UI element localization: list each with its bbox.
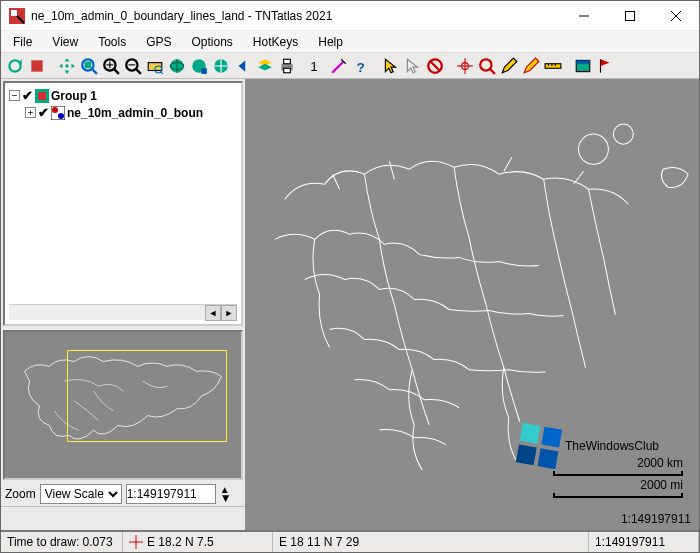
- svg-rect-41: [545, 63, 561, 68]
- menu-help[interactable]: Help: [310, 33, 351, 51]
- menu-gps[interactable]: GPS: [138, 33, 179, 51]
- status-draw-time: Time to draw: 0.073: [1, 532, 123, 552]
- svg-line-40: [490, 69, 495, 74]
- watermark-text: TheWindowsClub: [565, 439, 659, 453]
- main-toolbar: 1 ?: [1, 53, 699, 79]
- svg-point-39: [480, 59, 491, 70]
- menu-hotkeys[interactable]: HotKeys: [245, 33, 306, 51]
- measure-icon[interactable]: [329, 56, 349, 76]
- status-coord-1: E 18.2 N 7.5: [123, 532, 273, 552]
- zoom-controls: Zoom View Scale ▲▼: [1, 482, 245, 506]
- checkmark-icon[interactable]: ✔: [22, 88, 33, 103]
- window-title: ne_10m_admin_0_boundary_lines_land - TNT…: [31, 9, 561, 23]
- svg-rect-26: [201, 68, 207, 74]
- scale-km: 2000 km: [553, 456, 683, 470]
- globe-snap-icon[interactable]: [189, 56, 209, 76]
- svg-line-10: [92, 69, 97, 74]
- one-to-one-icon[interactable]: 1: [307, 56, 327, 76]
- menu-view[interactable]: View: [44, 33, 86, 51]
- svg-text:1: 1: [310, 58, 318, 73]
- scale-mi: 2000 mi: [553, 478, 683, 492]
- pointer-alt-icon[interactable]: [403, 56, 423, 76]
- svg-rect-72: [516, 444, 537, 465]
- map-scale-readout: 1:149197911: [621, 512, 691, 526]
- svg-line-35: [431, 61, 440, 70]
- zoom-value-input[interactable]: [126, 484, 216, 504]
- refresh-icon[interactable]: [5, 56, 25, 76]
- svg-rect-1: [11, 10, 17, 16]
- scroll-right-icon[interactable]: ►: [221, 305, 237, 321]
- menu-options[interactable]: Options: [184, 33, 241, 51]
- locator-toolbar: [1, 506, 245, 530]
- checkmark-icon[interactable]: ✔: [38, 105, 49, 120]
- stop-icon[interactable]: [27, 56, 47, 76]
- zoom-extents-icon[interactable]: [79, 56, 99, 76]
- menu-bar: File View Tools GPS Options HotKeys Help: [1, 31, 699, 53]
- tree-scrollbar[interactable]: ◄ ►: [9, 304, 237, 320]
- crosshair-status-icon: [129, 535, 143, 549]
- layer-tree[interactable]: − ✔ Group 1 + ✔ ne_10m_admin_0_boun ◄ ►: [3, 81, 243, 326]
- zoom-spinner-icon[interactable]: ▲▼: [220, 486, 232, 502]
- print-icon[interactable]: [277, 56, 297, 76]
- svg-point-52: [58, 113, 64, 119]
- map-view[interactable]: TheWindowsClub 2000 km 2000 mi 1:1491979…: [245, 79, 699, 530]
- crosshair-icon[interactable]: [455, 56, 475, 76]
- scale-bar: 2000 km 2000 mi: [553, 456, 683, 498]
- pan-icon[interactable]: [57, 56, 77, 76]
- svg-point-51: [52, 107, 58, 113]
- no-entry-icon[interactable]: [425, 56, 445, 76]
- scroll-left-icon[interactable]: ◄: [205, 305, 221, 321]
- window-icon[interactable]: [573, 56, 593, 76]
- zoom-layer-icon[interactable]: [145, 56, 165, 76]
- layer-row[interactable]: + ✔ ne_10m_admin_0_boun: [9, 104, 237, 121]
- edit-icon[interactable]: [499, 56, 519, 76]
- locator-map[interactable]: [3, 330, 243, 480]
- app-icon: [9, 8, 25, 24]
- status-coord-2: E 18 11 N 7 29: [273, 532, 589, 552]
- globe-grid-icon[interactable]: [211, 56, 231, 76]
- svg-point-6: [9, 60, 20, 71]
- prev-view-icon[interactable]: [233, 56, 253, 76]
- svg-rect-49: [38, 92, 46, 100]
- title-bar: ne_10m_admin_0_boundary_lines_land - TNT…: [1, 1, 699, 31]
- svg-rect-46: [576, 60, 590, 63]
- status-scale: 1:149197911: [589, 532, 699, 552]
- svg-rect-3: [626, 11, 635, 20]
- vector-layer-icon: [51, 106, 65, 120]
- group-label: Group 1: [51, 89, 97, 103]
- globe-icon[interactable]: [167, 56, 187, 76]
- zoom-tool-icon[interactable]: [477, 56, 497, 76]
- pointer-icon[interactable]: [381, 56, 401, 76]
- group-row[interactable]: − ✔ Group 1: [9, 87, 237, 104]
- menu-tools[interactable]: Tools: [90, 33, 134, 51]
- highlight-icon[interactable]: [521, 56, 541, 76]
- zoom-mode-select[interactable]: View Scale: [40, 484, 122, 504]
- svg-rect-71: [541, 427, 562, 448]
- svg-rect-11: [85, 61, 92, 68]
- svg-rect-7: [31, 60, 42, 71]
- svg-line-17: [136, 69, 141, 74]
- status-bar: Time to draw: 0.073 E 18.2 N 7.5 E 18 11…: [1, 530, 699, 552]
- maximize-button[interactable]: [607, 1, 653, 31]
- minimize-button[interactable]: [561, 1, 607, 31]
- help-icon[interactable]: ?: [351, 56, 371, 76]
- svg-line-21: [161, 71, 163, 73]
- close-button[interactable]: [653, 1, 699, 31]
- flag-icon[interactable]: [595, 56, 615, 76]
- group-icon: [35, 89, 49, 103]
- collapse-icon[interactable]: −: [9, 90, 20, 101]
- expand-icon[interactable]: +: [25, 107, 36, 118]
- ruler-icon[interactable]: [543, 56, 563, 76]
- svg-point-8: [65, 64, 68, 67]
- layer-label: ne_10m_admin_0_boun: [67, 106, 203, 120]
- svg-rect-30: [284, 68, 291, 73]
- zoom-label: Zoom: [5, 487, 36, 501]
- locator-view-rect[interactable]: [67, 350, 227, 442]
- svg-line-13: [114, 69, 119, 74]
- svg-text:?: ?: [357, 59, 365, 74]
- menu-file[interactable]: File: [5, 33, 40, 51]
- zoom-out-icon[interactable]: [123, 56, 143, 76]
- layers-icon[interactable]: [255, 56, 275, 76]
- zoom-in-icon[interactable]: [101, 56, 121, 76]
- svg-rect-70: [520, 423, 541, 444]
